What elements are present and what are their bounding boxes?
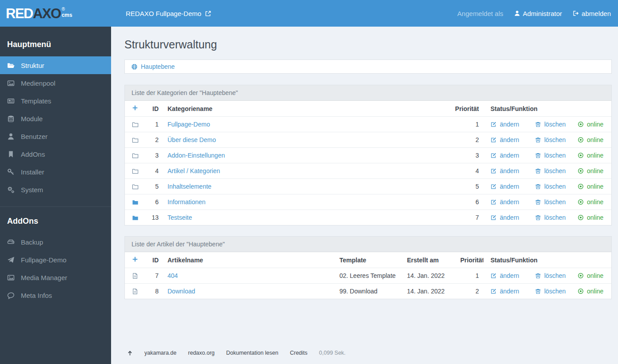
article-link[interactable]: Download <box>167 288 195 295</box>
file-text-icon[interactable] <box>132 273 141 279</box>
folder-icon[interactable] <box>132 137 141 143</box>
edit-category-link[interactable]: ändern <box>490 136 523 143</box>
brand-area: REDAXO ® cms <box>0 7 111 20</box>
logo-cms-suffix: cms <box>62 12 72 18</box>
online-status-link[interactable]: online <box>578 136 607 143</box>
online-status-link[interactable]: online <box>578 152 607 159</box>
category-link[interactable]: Über diese Demo <box>167 136 216 143</box>
category-priority: 4 <box>448 163 483 179</box>
edit-article-link[interactable]: ändern <box>490 288 523 295</box>
footer-link-yakamara[interactable]: yakamara.de <box>144 350 176 356</box>
delete-category-link[interactable]: löschen <box>535 183 566 190</box>
scroll-top-icon[interactable] <box>127 350 133 356</box>
article-row: 7 404 02. Leeres Template 14. Jan. 2022 … <box>125 268 611 284</box>
sidebar-item-templates[interactable]: Templates <box>0 92 111 110</box>
online-status-link[interactable]: online <box>578 272 607 279</box>
article-created: 14. Jan. 2022 <box>403 284 456 299</box>
category-id: 3 <box>145 148 163 163</box>
delete-article-link[interactable]: löschen <box>535 288 566 295</box>
online-status-link[interactable]: online <box>578 121 607 128</box>
edit-category-link[interactable]: ändern <box>490 167 523 174</box>
current-user-link[interactable]: Administrator <box>514 10 562 17</box>
category-priority: 2 <box>448 132 483 148</box>
delete-article-link[interactable]: löschen <box>535 272 566 279</box>
online-status-link[interactable]: online <box>578 214 607 221</box>
redaxo-logo[interactable]: REDAXO ® cms <box>6 7 72 20</box>
edit-category-link[interactable]: ändern <box>490 214 523 221</box>
footer-link-redaxo[interactable]: redaxo.org <box>188 350 215 356</box>
breadcrumb-root-link[interactable]: Hauptebene <box>131 63 175 70</box>
online-status-link[interactable]: online <box>578 167 607 174</box>
category-id: 5 <box>145 179 163 194</box>
sidebar-item-meta-infos[interactable]: Meta Infos <box>0 286 111 304</box>
edit-category-link[interactable]: ändern <box>490 198 523 206</box>
sidebar-item-addons[interactable]: AddOns <box>0 145 111 163</box>
category-link[interactable]: Artikel / Kategorien <box>167 167 220 174</box>
category-link[interactable]: Testseite <box>167 214 192 221</box>
sidebar-item-media-manager[interactable]: Media Manager <box>0 269 111 286</box>
categories-panel-title: Liste der Kategorien der "Hauptebene" <box>125 85 611 101</box>
folder-icon[interactable] <box>132 183 141 190</box>
sidebar-item-struktur[interactable]: Struktur <box>0 56 111 74</box>
footer-link-dokumentation[interactable]: Dokumentation lesen <box>226 350 278 356</box>
edit-category-link[interactable]: ändern <box>490 152 523 159</box>
sidebar-item-benutzer[interactable]: Benutzer <box>0 127 111 145</box>
breadcrumb: Hauptebene <box>124 59 612 74</box>
trash-icon <box>535 152 541 158</box>
sidebar-item-medienpool[interactable]: Medienpool <box>0 74 111 92</box>
online-status-link[interactable]: online <box>578 198 607 206</box>
articles-header-row: ID Artikelname Template Erstellt am Prio… <box>125 252 611 268</box>
add-category-button[interactable] <box>132 105 138 111</box>
online-status-link[interactable]: online <box>578 183 607 190</box>
delete-category-link[interactable]: löschen <box>535 152 566 159</box>
edit-category-link[interactable]: ändern <box>490 183 523 190</box>
sign-out-icon <box>573 10 579 16</box>
delete-category-link[interactable]: löschen <box>535 121 566 128</box>
sidebar-item-module[interactable]: Module <box>0 110 111 127</box>
add-article-button[interactable] <box>132 256 138 262</box>
delete-category-link[interactable]: löschen <box>535 198 566 206</box>
delete-category-link[interactable]: löschen <box>535 167 566 174</box>
online-icon <box>578 199 584 205</box>
online-status-link[interactable]: online <box>578 288 607 295</box>
site-frontend-link[interactable]: REDAXO Fullpage-Demo <box>126 10 211 17</box>
logged-in-label: Angemeldet als <box>457 10 503 17</box>
newspaper-icon <box>7 97 15 105</box>
footer: yakamara.de redaxo.org Dokumentation les… <box>124 346 612 360</box>
sidebar-item-system[interactable]: System <box>0 181 111 198</box>
online-icon <box>578 168 584 174</box>
delete-category-link[interactable]: löschen <box>535 136 566 143</box>
sidebar-item-fullpage-demo[interactable]: Fullpage-Demo <box>0 251 111 269</box>
category-link[interactable]: Inhaltselemente <box>167 183 211 190</box>
footer-link-credits[interactable]: Credits <box>290 350 307 356</box>
logout-link[interactable]: abmelden <box>573 10 611 17</box>
folder-icon[interactable] <box>132 168 141 174</box>
image-icon <box>7 79 15 87</box>
edit-article-link[interactable]: ändern <box>490 272 523 279</box>
folder-icon[interactable] <box>132 121 141 128</box>
folder-icon[interactable] <box>132 152 141 159</box>
category-id: 4 <box>145 163 163 179</box>
article-link[interactable]: 404 <box>167 272 178 279</box>
category-priority: 5 <box>448 179 483 194</box>
category-link[interactable]: Fullpage-Demo <box>167 121 210 128</box>
trash-icon <box>535 199 541 205</box>
folder-solid-icon[interactable] <box>132 199 141 206</box>
sidebar-item-installer[interactable]: Installer <box>0 163 111 181</box>
key-icon <box>7 168 15 176</box>
edit-category-link[interactable]: ändern <box>490 121 523 128</box>
folder-solid-icon[interactable] <box>132 214 141 221</box>
category-link[interactable]: Informationen <box>167 198 206 206</box>
top-bar: REDAXO ® cms REDAXO Fullpage-Demo Angeme… <box>0 0 618 27</box>
category-row: 4 Artikel / Kategorien 4 ändern löschen … <box>125 163 611 179</box>
categories-header-row: ID Kategoriename Priorität Status/Funkti… <box>125 101 611 117</box>
delete-category-link[interactable]: löschen <box>535 214 566 221</box>
trash-icon <box>535 183 541 190</box>
category-link[interactable]: Addon-Einstellungen <box>167 152 225 159</box>
edit-icon <box>490 152 497 158</box>
file-text-icon[interactable] <box>132 288 141 295</box>
sidebar-item-backup[interactable]: Backup <box>0 233 111 251</box>
edit-icon <box>490 199 497 205</box>
registered-mark: ® <box>62 7 65 12</box>
trash-icon <box>535 288 541 294</box>
